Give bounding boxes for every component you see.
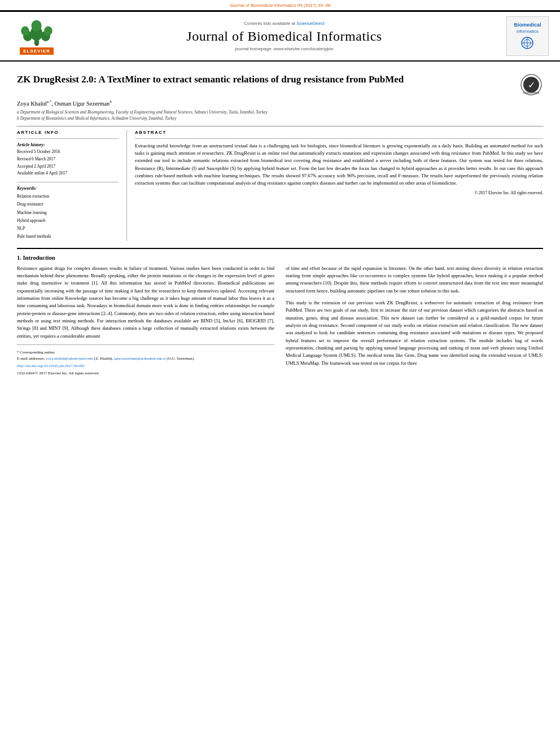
author-sup-a: a,* (47, 99, 51, 104)
svg-text:CrossMark: CrossMark (523, 91, 540, 94)
journal-title-center: Contents lists available at ScienceDirec… (62, 21, 506, 51)
keyword-3: Machine learning (17, 209, 119, 217)
crossmark-icon: ✓ CrossMark (520, 73, 542, 96)
keyword-4: Hybrid approach (17, 217, 119, 225)
article-title-section: ZK DrugResist 2.0: A TextMiner to extrac… (17, 67, 543, 97)
corresponding-author: * Corresponding author. (17, 350, 274, 356)
doi-line[interactable]: http://dx.doi.org/10.1016/j.jbi.2017.04.… (17, 363, 274, 369)
copyright-line: © 2017 Elsevier Inc. All rights reserved… (135, 190, 543, 195)
affiliations: a Department of Biological Sciences and … (17, 109, 543, 122)
article-info-heading: ARTICLE INFO (17, 130, 119, 135)
article-info-panel: ARTICLE INFO Article history: Received 5… (17, 130, 127, 241)
body-two-columns: Resistance against drugs for complex dis… (17, 265, 543, 377)
keyword-1: Relation extraction (17, 193, 119, 200)
author-sup-b: b (110, 99, 112, 104)
affiliation-a: a Department of Biological Sciences and … (17, 109, 543, 115)
authors-line: Zoya Khalida,*, Osman Ugur Sezermanb (17, 99, 543, 107)
sciencedirect-line: Contents lists available at ScienceDirec… (62, 21, 506, 26)
article-info-abstract: ARTICLE INFO Article history: Received 5… (17, 130, 543, 241)
keywords-list: Relation extraction Drug resistance Mach… (17, 193, 119, 241)
elsevier-logo: ELSEVIER (11, 18, 62, 55)
introduction-heading: 1. Introduction (17, 255, 543, 261)
intro-col2-para1: of time and effort because of the rapid … (286, 265, 543, 295)
elsevier-tree-icon (17, 18, 56, 46)
abstract-panel: ABSTRACT Extracting useful knowledge fro… (127, 130, 543, 241)
journal-homepage: journal homepage: www.elsevier.com/locat… (62, 46, 506, 51)
abstract-heading: ABSTRACT (135, 130, 543, 135)
svg-point-4 (21, 26, 29, 35)
intro-col2-para2: This study is the extension of our previ… (286, 299, 543, 367)
history-received: Received 5 October 2016 (17, 148, 119, 156)
email-addresses: E-mail addresses: zoya.khalid@sabanciuni… (17, 356, 274, 362)
journal-reference-bar: Journal of Biomedical Informatics 69 (20… (0, 0, 560, 10)
intro-col1-para1: Resistance against drugs for complex dis… (17, 265, 274, 340)
history-accepted: Accepted 2 April 2017 (17, 163, 119, 171)
keyword-6: Rule based methods (17, 233, 119, 241)
article-title: ZK DrugResist 2.0: A TextMiner to extrac… (17, 73, 502, 86)
journal-main-title: Journal of Biomedical Informatics (62, 29, 506, 44)
history-available: Available online 4 April 2017 (17, 170, 119, 177)
email2-link[interactable]: ugur.sezerman@acibadem.edu.tr (114, 356, 166, 361)
body-col-1: Resistance against drugs for complex dis… (17, 265, 274, 377)
elsevier-wordmark: ELSEVIER (20, 47, 54, 55)
svg-text:✓: ✓ (528, 80, 535, 90)
crossmark-logo[interactable]: ✓ CrossMark (519, 73, 543, 97)
issn-line: 1532-0464/© 2017 Elsevier Inc. All right… (17, 370, 274, 377)
article-history-label: Article history: (17, 142, 119, 147)
sciencedirect-link[interactable]: ScienceDirect (296, 21, 324, 26)
footnotes-section: * Corresponding author. E-mail addresses… (17, 344, 274, 377)
abstract-text: Extracting useful knowledge from an unst… (135, 142, 543, 187)
svg-point-5 (44, 26, 53, 35)
svg-point-6 (31, 20, 41, 31)
email1-link[interactable]: zoya.khalid@sabanciuniv.edu (46, 356, 93, 361)
main-content: ZK DrugResist 2.0: A TextMiner to extrac… (0, 62, 560, 382)
journal-reference: Journal of Biomedical Informatics 69 (20… (230, 3, 331, 8)
journal-header: ELSEVIER Contents lists available at Sci… (0, 12, 560, 62)
journal-right-logo: Biomedical Informatics (506, 16, 549, 56)
affiliation-b: b Department of Biostatistics and Medica… (17, 115, 543, 121)
body-col-2: of time and effort because of the rapid … (286, 265, 543, 377)
keywords-label: Keywords: (17, 186, 119, 191)
keyword-2: Drug resistance (17, 200, 119, 208)
svg-rect-7 (36, 43, 38, 46)
keyword-5: NLP (17, 225, 119, 233)
history-revised: Revised 6 March 2017 (17, 156, 119, 163)
keywords-section: Keywords: Relation extraction Drug resis… (17, 186, 119, 241)
